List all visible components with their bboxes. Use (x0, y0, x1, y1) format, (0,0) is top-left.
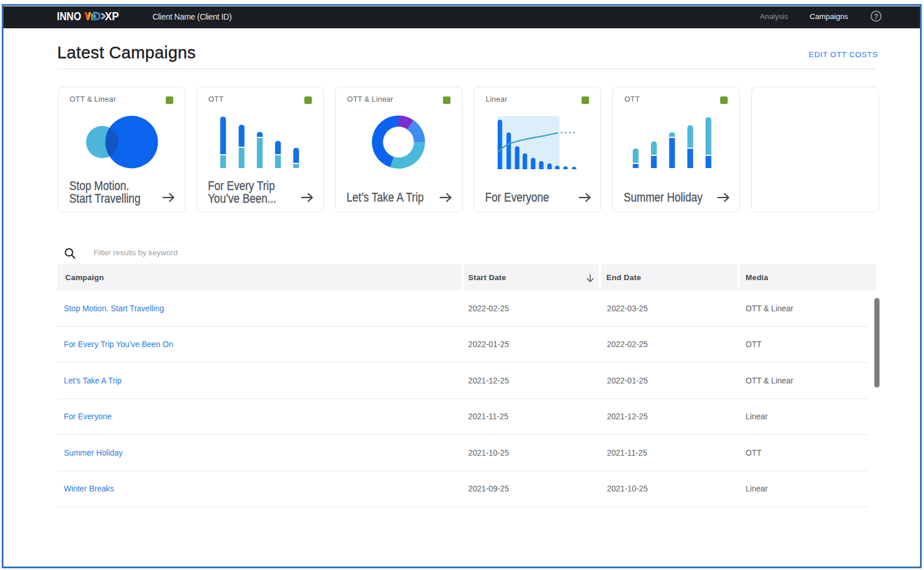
campaign-card[interactable]: OTT & LinearLet’s Take A Trip (335, 87, 463, 213)
end-date-cell: 2022-03-25 (607, 290, 648, 327)
sort-desc-icon[interactable] (586, 274, 594, 282)
table-header-cell[interactable]: Start Date (464, 264, 599, 290)
start-date-cell: 2021-11-25 (468, 399, 509, 435)
campaign-card[interactable]: OTTFor Every TripYou’ve Been... (196, 87, 324, 213)
card-title: Stop Motion.Start Travelling (69, 180, 170, 205)
end-date-cell: 2022-02-25 (607, 327, 648, 363)
table-row: For Everyone2021-11-252021-12-25Linear (57, 399, 867, 435)
table-row: Let’s Take A Trip2021-12-252022-01-25OTT… (57, 363, 867, 399)
card-arrow-icon[interactable] (717, 192, 730, 203)
table-header-cell[interactable]: Media (740, 264, 876, 290)
card-arrow-icon[interactable] (439, 192, 452, 203)
client-name: Client Name (Client ID) (152, 12, 232, 21)
end-date-cell: 2022-01-25 (607, 363, 648, 399)
start-date-cell: 2021-09-25 (468, 471, 509, 508)
header-divider (57, 69, 876, 69)
card-title: Summer Holiday (624, 191, 724, 204)
card-arrow-icon[interactable] (162, 192, 175, 203)
card-title-line: You’ve Been... (208, 192, 308, 205)
edit-ott-costs-link[interactable]: EDIT OTT COSTS (808, 50, 878, 59)
column-header: Campaign (65, 273, 104, 282)
card-title-line: Let’s Take A Trip (346, 191, 447, 204)
media-cell: OTT (746, 327, 762, 363)
campaign-link[interactable]: Winter Breaks (64, 471, 114, 508)
nav-campaigns[interactable]: Campaigns (810, 12, 848, 21)
card-title-line: Summer Holiday (624, 191, 724, 204)
top-bar: INNO XP Client Name (Client ID) Analysis… (3, 6, 920, 28)
column-header: End Date (606, 273, 641, 282)
table-row: Stop Motion. Start Travelling2022-02-252… (57, 290, 867, 327)
campaign-link[interactable]: Let’s Take A Trip (64, 363, 122, 399)
card-arrow-icon[interactable] (301, 192, 314, 203)
table-row: Summer Holiday2021-10-252021-11-25OTT (57, 435, 867, 471)
end-date-cell: 2021-12-25 (607, 399, 648, 435)
table-row: Winter Breaks2021-09-252021-10-25Linear (57, 471, 867, 508)
svg-text:XP: XP (105, 12, 120, 21)
media-cell: Linear (746, 471, 767, 508)
svg-text:?: ? (874, 13, 878, 21)
end-date-cell: 2021-11-25 (607, 435, 647, 471)
campaign-card[interactable]: OTT & LinearStop Motion.Start Travelling (58, 87, 185, 213)
innovid-xp-logo: INNO XP (57, 12, 120, 21)
campaign-card[interactable]: LinearFor Everyone (474, 87, 601, 213)
campaign-link[interactable]: Stop Motion. Start Travelling (64, 290, 164, 327)
media-cell: OTT & Linear (746, 363, 793, 399)
card-title: For Every TripYou’ve Been... (208, 180, 308, 205)
nav-analysis[interactable]: Analysis (760, 12, 788, 21)
campaign-card[interactable]: OTTSummer Holiday (612, 87, 740, 213)
start-date-cell: 2021-12-25 (468, 363, 509, 399)
media-cell: Linear (746, 399, 767, 435)
table-row: For Every Trip You’ve Been On2022-01-252… (57, 327, 867, 363)
help-icon[interactable]: ? (870, 10, 882, 22)
campaign-card-empty (751, 87, 879, 213)
column-header: Start Date (468, 273, 506, 282)
end-date-cell: 2021-10-25 (607, 471, 648, 508)
start-date-cell: 2021-10-25 (468, 435, 509, 471)
page-title: Latest Campaigns (57, 43, 196, 62)
card-title: For Everyone (485, 191, 586, 204)
column-header: Media (746, 273, 768, 282)
media-cell: OTT & Linear (746, 290, 793, 327)
campaign-link[interactable]: Summer Holiday (64, 435, 123, 471)
card-title-line: For Everyone (485, 191, 586, 204)
search-icon (62, 245, 77, 260)
campaign-link[interactable]: For Every Trip You’ve Been On (64, 327, 173, 363)
campaign-link[interactable]: For Everyone (64, 399, 112, 435)
app-window: INNO XP Client Name (Client ID) Analysis… (0, 0, 924, 570)
media-cell: OTT (746, 435, 762, 471)
start-date-cell: 2022-01-25 (468, 327, 509, 363)
svg-text:INNO: INNO (57, 12, 81, 21)
table-scrollbar[interactable] (874, 298, 880, 388)
start-date-cell: 2022-02-25 (468, 290, 509, 327)
card-title: Let’s Take A Trip (346, 191, 447, 204)
card-title-line: Start Travelling (69, 192, 170, 205)
table-header-cell[interactable]: End Date (601, 264, 738, 290)
card-arrow-icon[interactable] (579, 192, 591, 203)
filter-input[interactable] (94, 245, 336, 260)
table-header-cell[interactable]: Campaign (57, 264, 461, 290)
